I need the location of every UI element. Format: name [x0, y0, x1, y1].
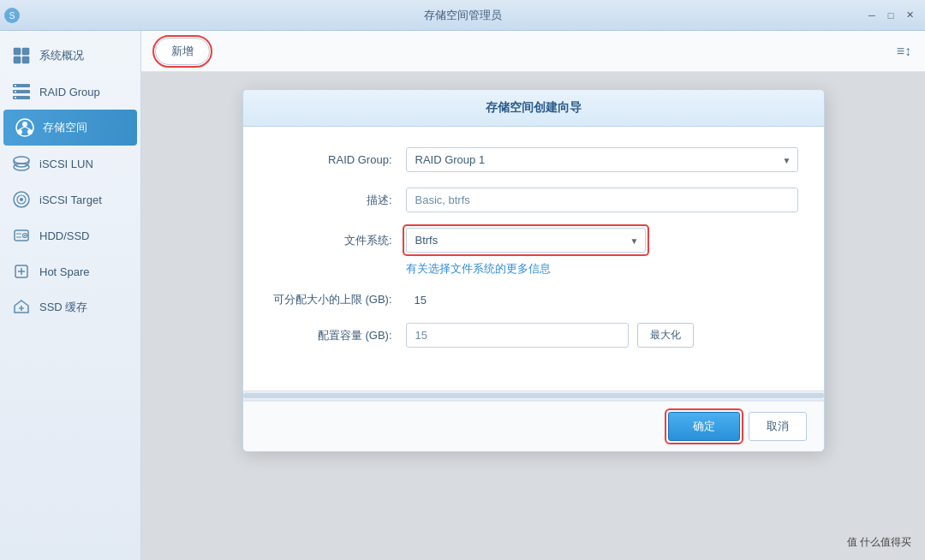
confirm-button[interactable]: 确定	[668, 412, 740, 441]
main-layout: 系统概况 RAID Group	[0, 31, 925, 560]
max-size-value: 15	[406, 294, 427, 307]
close-button[interactable]: ✕	[903, 9, 916, 22]
hot-spare-icon	[12, 262, 31, 281]
svg-line-16	[20, 127, 25, 129]
minimize-button[interactable]: ─	[865, 9, 879, 22]
sidebar-item-system-overview[interactable]: 系统概况	[0, 38, 140, 74]
sidebar-item-label: 存储空间	[43, 120, 87, 135]
raid-group-select-wrapper: RAID Group 1 ▼	[406, 147, 798, 172]
svg-point-18	[14, 157, 29, 164]
alloc-size-control: 最大化	[406, 323, 798, 348]
svg-point-14	[17, 129, 22, 134]
dialog-body: RAID Group: RAID Group 1 ▼ 描述:	[243, 127, 824, 384]
list-view-icon[interactable]: ≡↕	[897, 44, 911, 58]
watermark: 值 什么值得买	[847, 535, 911, 550]
max-size-label: 可分配大小的上限 (GB):	[269, 292, 406, 307]
dialog-footer: 确定 取消	[243, 401, 824, 451]
raid-group-row: RAID Group: RAID Group 1 ▼	[269, 147, 798, 172]
svg-point-11	[15, 97, 16, 98]
alloc-size-row: 配置容量 (GB): 最大化	[269, 323, 798, 348]
svg-rect-2	[14, 48, 21, 55]
sidebar-item-iscsi-target[interactable]: iSCSI Target	[0, 182, 140, 217]
svg-text:S: S	[9, 11, 15, 21]
toolbar-right: ≡↕	[897, 44, 911, 59]
btrfs-select-wrapper: Btrfs ext4 ▼	[406, 228, 646, 253]
svg-line-17	[25, 127, 30, 129]
cancel-button[interactable]: 取消	[749, 412, 807, 441]
sidebar-item-label: iSCSI LUN	[39, 158, 93, 170]
system-overview-icon	[12, 46, 31, 65]
maximize-button[interactable]: □	[884, 9, 898, 22]
title-bar: S 存储空间管理员 ─ □ ✕	[0, 0, 925, 31]
content-area: 新增 ≡↕ 存储空间创建向导 RAID Group:	[141, 31, 925, 560]
svg-rect-4	[14, 57, 21, 63]
svg-point-25	[24, 235, 26, 236]
description-control	[406, 188, 798, 212]
sidebar-item-label: iSCSI Target	[39, 194, 102, 206]
svg-rect-23	[15, 230, 28, 241]
sidebar-item-iscsi-lun[interactable]: iSCSI LUN	[0, 146, 140, 182]
max-size-control: 15	[406, 294, 798, 307]
dialog-header: 存储空间创建向导	[243, 90, 824, 127]
svg-point-22	[20, 198, 23, 201]
maximize-alloc-button[interactable]: 最大化	[637, 323, 694, 348]
filesystem-row: 文件系统: Btrfs ext4 ▼	[269, 228, 798, 253]
sidebar-item-label: RAID Group	[39, 86, 100, 98]
sidebar-item-hdd-ssd[interactable]: HDD/SSD	[0, 217, 140, 253]
filesystem-select[interactable]: Btrfs ext4	[406, 228, 646, 253]
filesystem-control: Btrfs ext4 ▼	[406, 228, 798, 253]
info-link-row: 有关选择文件系统的更多信息	[269, 261, 798, 277]
filesystem-label: 文件系统:	[269, 233, 406, 248]
filesystem-info-link[interactable]: 有关选择文件系统的更多信息	[406, 262, 551, 275]
alloc-size-label: 配置容量 (GB):	[269, 328, 406, 343]
ssd-cache-icon	[12, 298, 31, 317]
svg-rect-5	[22, 57, 29, 63]
raid-group-control: RAID Group 1 ▼	[406, 147, 798, 172]
sidebar-item-ssd-cache[interactable]: SSD 缓存	[0, 289, 140, 325]
app-icon: S	[3, 7, 21, 27]
storage-space-icon	[15, 118, 34, 137]
iscsi-lun-icon	[12, 154, 31, 173]
sidebar-item-label: HDD/SSD	[39, 229, 90, 242]
alloc-size-input[interactable]	[406, 323, 629, 348]
create-storage-dialog: 存储空间创建向导 RAID Group: RAID Group 1 ▼	[242, 89, 825, 452]
sidebar-item-storage-space[interactable]: 存储空间	[3, 110, 137, 146]
description-label: 描述:	[269, 193, 406, 208]
dialog-title: 存储空间创建向导	[486, 100, 582, 114]
add-button[interactable]: 新增	[155, 38, 210, 65]
sidebar-item-hot-spare[interactable]: Hot Spare	[0, 253, 140, 289]
toolbar: 新增 ≡↕	[141, 31, 925, 72]
dialog-scrollbar-thumb	[243, 393, 824, 398]
window-controls: ─ □ ✕	[865, 9, 916, 22]
svg-point-9	[15, 85, 16, 86]
sidebar-item-label: 系统概况	[39, 48, 84, 63]
sidebar-item-label: Hot Spare	[39, 265, 90, 278]
svg-point-13	[22, 122, 27, 127]
max-size-row: 可分配大小的上限 (GB): 15	[269, 292, 798, 307]
raid-group-select[interactable]: RAID Group 1	[406, 147, 798, 172]
dialog-overlay: 存储空间创建向导 RAID Group: RAID Group 1 ▼	[141, 72, 925, 560]
svg-point-10	[15, 91, 16, 92]
raid-group-label: RAID Group:	[269, 153, 406, 166]
hdd-ssd-icon	[12, 226, 31, 245]
raid-group-icon	[12, 82, 31, 101]
svg-point-15	[27, 129, 33, 134]
description-row: 描述:	[269, 188, 798, 212]
window-title: 存储空间管理员	[424, 8, 502, 23]
svg-rect-3	[22, 48, 29, 55]
description-input[interactable]	[406, 188, 798, 212]
info-link-control: 有关选择文件系统的更多信息	[406, 261, 798, 277]
dialog-scrollbar[interactable]	[243, 390, 824, 401]
iscsi-target-icon	[12, 190, 31, 209]
sidebar-item-label: SSD 缓存	[39, 300, 87, 315]
sidebar: 系统概况 RAID Group	[0, 31, 141, 560]
sidebar-item-raid-group[interactable]: RAID Group	[0, 74, 140, 110]
